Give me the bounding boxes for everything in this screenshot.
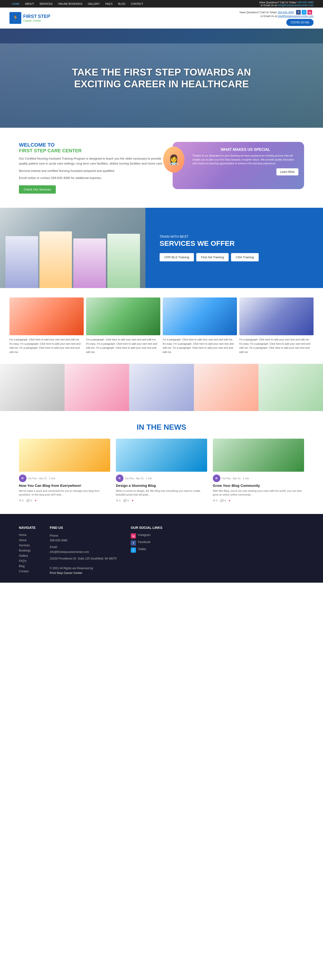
strip-photo-5	[259, 364, 323, 411]
news-meta-2: K Ka Pau · Apr 21 · 1 min	[116, 474, 207, 482]
footer-link-faqs[interactable]: FAQ's	[19, 559, 35, 563]
email-link[interactable]: info@firststepcareercenter.com	[278, 4, 313, 6]
footer-link-about[interactable]: About	[19, 539, 35, 542]
news-heading-2[interactable]: Design a Stunning Blog	[116, 484, 207, 487]
news-date-2: Apr 21 · 1 min	[136, 477, 152, 480]
strip-photo-1	[0, 364, 64, 411]
news-author-3: Ka Pau	[222, 477, 231, 480]
news-comments-3: 💬 0	[221, 499, 226, 502]
footer-link-blog[interactable]: Blog	[19, 565, 35, 568]
special-body: Thanks to our dedication to your learnin…	[192, 154, 298, 165]
footer-link-bookings[interactable]: Bookings	[19, 549, 35, 552]
news-image-1	[19, 439, 110, 472]
news-avatar-1: K	[19, 474, 27, 482]
logo[interactable]: 🏃 FIRST STEP Career Center	[10, 12, 50, 24]
news-author-2: Ka Pau	[125, 477, 134, 480]
service-buttons: CPR BLS Training First Aid Training CNA …	[160, 253, 309, 261]
footer-link-home[interactable]: Home	[19, 533, 35, 537]
footer-facebook-link[interactable]: Facebook	[138, 540, 150, 544]
news-card-1: K Ka Pau · Apr 21 · 1 min Now You Can Bl…	[19, 439, 110, 502]
news-actions-1: 👁 0 💬 0 ♥	[19, 499, 110, 502]
instagram-icon[interactable]: ig	[307, 10, 312, 14]
gallery-text-1: I'm a paragraph. Click here to add your …	[10, 337, 84, 354]
news-views-1: 👁 0	[19, 499, 24, 502]
welcome-heading-2: FIRST STEP CARE CENTER	[19, 148, 163, 153]
nav-gallery[interactable]: GALLERY	[88, 2, 100, 5]
footer-rights: © 2021 All Rights are Reserved byFirst S…	[50, 561, 117, 576]
news-like-1[interactable]: ♥	[35, 499, 37, 502]
top-contact: Have Questions? Call Us Today! 269-635-3…	[259, 1, 313, 6]
welcome-body-2: Become trained and certified Nursing Ass…	[19, 169, 163, 173]
doctor-4	[107, 234, 140, 288]
logo-text: FIRST STEP Career Center	[23, 13, 50, 22]
nav-contact[interactable]: CONTACT	[131, 2, 143, 5]
cna-training-button[interactable]: CNA Training	[231, 253, 259, 261]
twitter-icon[interactable]: t	[302, 10, 307, 14]
footer-navigate: NAVIGATE Home About Services Bookings Ga…	[19, 526, 35, 576]
news-like-3[interactable]: ♥	[229, 499, 230, 502]
footer-link-gallery[interactable]: Gallery	[19, 554, 35, 557]
nav-about[interactable]: ABOUT	[25, 2, 34, 5]
news-heading-3[interactable]: Grow Your Blog Community	[213, 484, 304, 487]
footer-twitter-icon: t	[131, 547, 136, 553]
services-section: TRAIN WITH BEST SERVICES WE OFFER CPR BL…	[0, 208, 323, 288]
footer-instagram-link[interactable]: Instagram	[138, 533, 150, 537]
news-card-3: K Ka Pau · Apr 21 · 1 min Grow Your Blog…	[213, 439, 304, 502]
news-body-2: When it comes to design, the Wix Blog ha…	[116, 489, 207, 497]
header-have-questions: Have Questions? Call Us Today!	[240, 11, 277, 14]
check-services-button[interactable]: Check Our Services	[19, 185, 56, 194]
header-phone[interactable]: 269-635-3080	[278, 11, 294, 14]
learn-more-button[interactable]: Learn More	[277, 168, 298, 175]
footer-phone-link[interactable]: 269-635-3080	[50, 538, 117, 543]
doctor-3	[73, 239, 106, 288]
footer-twitter-link[interactable]: Twitter	[138, 547, 146, 551]
footer-link-services[interactable]: Services	[19, 544, 35, 547]
news-actions-3: 👁 6 💬 0 ♥	[213, 499, 304, 502]
services-image	[0, 208, 146, 288]
doctor-1	[5, 236, 38, 288]
footer-link-contact[interactable]: Contact	[19, 570, 35, 573]
services-subtitle: TRAIN WITH BEST	[160, 235, 309, 239]
gallery-image-1	[10, 298, 84, 335]
nav-home[interactable]: HOME	[12, 2, 20, 5]
nav-online-bookings[interactable]: ONLINE BOOKINGS	[58, 2, 83, 5]
news-date-3: Apr 21 · 1 min	[233, 477, 249, 480]
phone-link[interactable]: 269-635-3080	[297, 1, 313, 4]
hero-content: TAKE THE FIRST STEP TOWARDS AN EXCITING …	[72, 66, 251, 90]
news-views-2: 👁 5	[116, 499, 121, 502]
nav-blog[interactable]: BLOG	[118, 2, 125, 5]
footer-email-link[interactable]: info@firststepcareercenter.com	[50, 550, 117, 554]
hero-line-2: EXCITING CAREER IN HEALTHCARE	[74, 78, 249, 89]
welcome-special-card: 👩‍⚕️ WHAT MAKES US SPECIAL Thanks to our…	[173, 142, 304, 189]
cpr-bls-button[interactable]: CPR BLS Training	[160, 253, 194, 261]
nav-faqs[interactable]: FAQ'S	[105, 2, 112, 5]
news-date-1: Apr 21 · 1 min	[39, 477, 55, 480]
gallery-image-3	[163, 298, 237, 335]
gallery-item-4: I'm a paragraph. Click here to add your …	[239, 298, 313, 354]
news-image-3	[213, 439, 304, 472]
first-aid-button[interactable]: First Aid Training	[196, 253, 229, 261]
facebook-icon[interactable]: f	[296, 10, 301, 14]
footer-brand: First Step Career Center	[50, 571, 82, 574]
nav-services[interactable]: SERVICES	[40, 2, 53, 5]
footer-social-title: OUR SOCIAL LINKS	[131, 526, 162, 530]
news-heading-1[interactable]: Now You Can Blog from Everywhere!	[19, 484, 110, 487]
news-card-2: K Ka Pau · Apr 21 · 1 min Design a Stunn…	[116, 439, 207, 502]
header-right: Have Questions? Call Us Today! 269-635-3…	[240, 10, 313, 26]
welcome-heading-1: WELCOME TO	[19, 142, 163, 148]
news-like-2[interactable]: ♥	[132, 499, 133, 502]
strip-photo-3	[129, 364, 193, 411]
main-nav[interactable]: HOME ABOUT SERVICES ONLINE BOOKINGS GALL…	[10, 2, 146, 5]
header: 🏃 FIRST STEP Career Center Have Question…	[0, 8, 323, 29]
footer-email-label: Email: info@firststepcareercenter.com	[50, 545, 117, 554]
news-avatar-3: K	[213, 474, 221, 482]
header-email-row: or Email Us at info@firststepcareercente…	[240, 14, 313, 18]
covid-button[interactable]: COVID-19 Info	[286, 19, 313, 26]
news-meta-3: K Ka Pau · Apr 21 · 1 min	[213, 474, 304, 482]
header-email-link[interactable]: info@firststepcareercenter.com	[278, 14, 313, 18]
footer-twitter-row: t Twitter	[131, 547, 162, 553]
logo-step: STEP	[38, 14, 50, 19]
gallery-text-4: I'm a paragraph. Click here to add your …	[239, 337, 313, 354]
footer-instagram-row: ig Instagram	[131, 533, 162, 539]
doctors-group	[0, 227, 146, 288]
